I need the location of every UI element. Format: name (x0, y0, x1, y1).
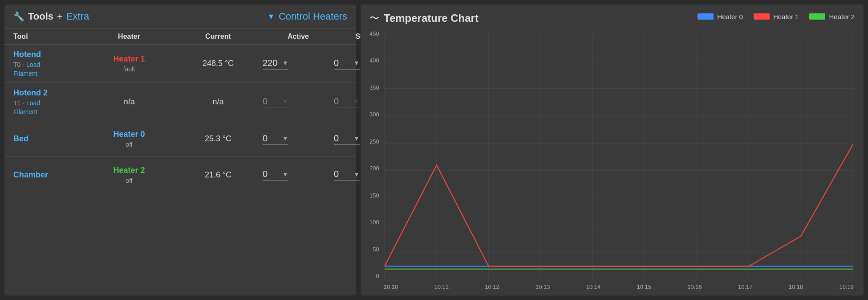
current-cell: 248.5 °C (174, 59, 263, 68)
active-value: 0 (263, 133, 280, 144)
tools-icon: 🔧 (13, 11, 24, 22)
tool-filament-link[interactable]: Filament (13, 70, 37, 77)
tool-name: Bed (13, 134, 85, 144)
heater-name: n/a (123, 97, 135, 107)
legend-color (754, 13, 770, 20)
chart-icon: 〜 (369, 12, 379, 25)
col-active: Active (263, 33, 334, 41)
active-select[interactable]: 0 ▼ (263, 133, 288, 145)
standby-select[interactable]: 0 ▼ (334, 169, 360, 181)
table-header: Tool Heater Current Active Standby (4, 29, 356, 45)
chart-area: 450400350300250200150100500 10:1010:1110… (369, 30, 855, 290)
heater-cell: Heater 1 fault (85, 54, 174, 73)
plus-separator: + (57, 11, 63, 22)
y-axis-label: 400 (369, 57, 379, 64)
active-cell: 0 ▼ (263, 169, 334, 181)
standby-value: 0 (334, 58, 352, 68)
x-axis-label: 10:18 (789, 284, 803, 290)
legend-item: Heater 1 (754, 13, 799, 21)
x-axis-label: 10:19 (839, 284, 854, 290)
standby-value: 0 (334, 133, 352, 144)
y-axis-label: 300 (369, 111, 379, 118)
standby-select[interactable]: 0 ▼ (334, 58, 360, 70)
heater-name: Heater 2 (113, 166, 145, 175)
table-row: Hotend 2 T1 - Load Filament n/a n/a 0 ▼ (4, 83, 356, 121)
standby-dropdown-arrow: ▼ (353, 98, 360, 105)
control-heaters-button[interactable]: Control Heaters (279, 11, 347, 22)
active-cell: 0 ▼ (263, 96, 334, 108)
y-axis-label: 0 (376, 273, 379, 279)
tool-cell: Bed (13, 134, 85, 144)
tool-sub-prefix: T0 - (13, 61, 24, 68)
left-panel: 🔧 Tools + Extra ▼ Control Heaters Tool H… (4, 4, 356, 296)
active-select[interactable]: 220 ▼ (263, 58, 288, 70)
active-value: 220 (263, 58, 280, 68)
col-current: Current (174, 33, 263, 41)
table-body: Hotend T0 - Load Filament Heater 1 fault… (4, 45, 356, 296)
legend-item: Heater 0 (698, 13, 743, 21)
x-axis-label: 10:10 (384, 284, 398, 290)
right-panel: 〜 Temperature Chart Heater 0 Heater 1 He… (361, 4, 864, 296)
y-axis-label: 100 (369, 219, 379, 226)
heater-cell: n/a (85, 97, 174, 107)
y-axis-label: 350 (369, 84, 379, 91)
x-axis-label: 10:15 (637, 284, 651, 290)
y-axis-label: 250 (369, 138, 379, 145)
active-select[interactable]: 0 ▼ (263, 169, 288, 181)
standby-dropdown-arrow[interactable]: ▼ (353, 171, 360, 178)
heater-cell: Heater 2 off (85, 166, 174, 184)
legend-color (809, 13, 825, 20)
control-heaters-dropdown-icon[interactable]: ▼ (267, 12, 275, 21)
heater-name: Heater 1 (113, 54, 145, 64)
active-cell: 0 ▼ (263, 133, 334, 145)
x-axis-label: 10:12 (485, 284, 499, 290)
table-row: Hotend T0 - Load Filament Heater 1 fault… (4, 45, 356, 83)
tool-load-link[interactable]: Load (26, 61, 40, 68)
tools-label: Tools (28, 11, 53, 22)
standby-value: 0 (334, 96, 352, 107)
heater-name: Heater 0 (113, 130, 145, 139)
active-cell: 220 ▼ (263, 58, 334, 70)
legend-label: Heater 2 (829, 13, 855, 21)
legend-item: Heater 2 (809, 13, 855, 21)
chart-legend: Heater 0 Heater 1 Heater 2 (698, 13, 855, 21)
toolbar: 🔧 Tools + Extra ▼ Control Heaters (4, 4, 356, 29)
table-row: Bed Heater 0 off 25.3 °C 0 ▼ 0 ▼ (4, 121, 356, 157)
tool-sub-prefix: T1 - (13, 99, 24, 107)
current-cell: 25.3 °C (174, 134, 263, 144)
standby-select[interactable]: 0 ▼ (334, 133, 360, 145)
active-dropdown-arrow[interactable]: ▼ (282, 135, 288, 142)
chart-plot-area: 10:1010:1110:1210:1310:1410:1510:1610:17… (383, 30, 855, 290)
tool-filament-link[interactable]: Filament (13, 108, 37, 115)
standby-select: 0 ▼ (334, 96, 360, 108)
y-axis-label: 450 (369, 30, 379, 37)
y-axis-label: 200 (369, 165, 379, 172)
standby-dropdown-arrow[interactable]: ▼ (353, 135, 360, 142)
tool-name: Hotend (13, 50, 85, 59)
tool-name: Hotend 2 (13, 88, 85, 98)
heater-status: off (126, 177, 132, 184)
chart-title: Temperature Chart (384, 12, 479, 25)
tool-cell: Hotend T0 - Load Filament (13, 50, 85, 77)
standby-dropdown-arrow[interactable]: ▼ (353, 59, 360, 66)
legend-color (698, 13, 714, 20)
extra-button[interactable]: Extra (66, 11, 89, 22)
x-axis-label: 10:11 (434, 284, 449, 290)
heater-status: fault (123, 66, 135, 73)
tool-name: Chamber (13, 170, 85, 180)
active-dropdown-arrow[interactable]: ▼ (282, 171, 288, 178)
tool-load-link[interactable]: Load (26, 99, 40, 107)
heater-cell: Heater 0 off (85, 130, 174, 148)
x-axis: 10:1010:1110:1210:1310:1410:1510:1610:17… (383, 282, 855, 290)
legend-label: Heater 0 (717, 13, 743, 21)
x-axis-label: 10:14 (586, 284, 601, 290)
active-dropdown-arrow[interactable]: ▼ (282, 59, 288, 66)
active-select: 0 ▼ (263, 96, 288, 108)
tool-cell: Chamber (13, 170, 85, 180)
x-axis-label: 10:17 (738, 284, 753, 290)
col-heater: Heater (85, 33, 174, 41)
legend-label: Heater 1 (773, 13, 799, 21)
active-value: 0 (263, 96, 280, 107)
table-row: Chamber Heater 2 off 21.6 °C 0 ▼ 0 ▼ (4, 157, 356, 193)
y-axis: 450400350300250200150100500 (369, 30, 383, 290)
